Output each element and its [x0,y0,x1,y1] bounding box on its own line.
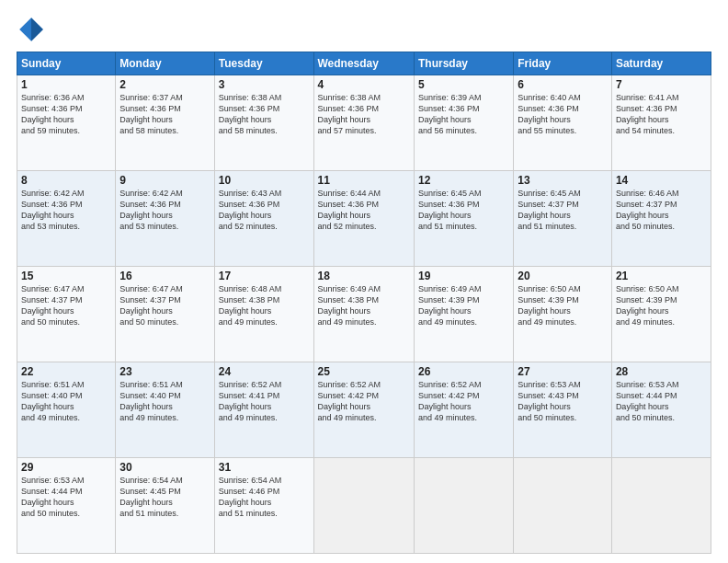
day-number: 30 [119,461,210,474]
calendar-cell: 4Sunrise: 6:38 AMSunset: 4:36 PMDaylight… [313,75,414,171]
day-number: 6 [518,78,608,91]
week-row-1: 1Sunrise: 6:36 AMSunset: 4:36 PMDaylight… [17,75,711,171]
calendar-cell: 12Sunrise: 6:45 AMSunset: 4:36 PMDayligh… [414,171,513,267]
day-info: Sunrise: 6:52 AMSunset: 4:42 PMDaylight … [418,379,509,424]
calendar-cell: 5Sunrise: 6:39 AMSunset: 4:36 PMDaylight… [414,75,513,171]
calendar-cell: 1Sunrise: 6:36 AMSunset: 4:36 PMDaylight… [17,75,116,171]
day-number: 24 [219,365,310,378]
day-number: 14 [616,174,707,187]
calendar-cell [414,458,513,554]
day-info: Sunrise: 6:53 AMSunset: 4:44 PMDaylight … [616,379,707,424]
day-number: 13 [518,174,608,187]
week-row-2: 8Sunrise: 6:42 AMSunset: 4:36 PMDaylight… [17,171,711,267]
day-info: Sunrise: 6:53 AMSunset: 4:44 PMDaylight … [21,475,111,520]
day-number: 8 [21,174,111,187]
calendar-cell: 23Sunrise: 6:51 AMSunset: 4:40 PMDayligh… [116,362,214,458]
day-number: 19 [418,270,509,282]
calendar-cell: 25Sunrise: 6:52 AMSunset: 4:42 PMDayligh… [313,362,414,458]
day-number: 3 [219,78,310,91]
day-header-sunday: Sunday [17,52,116,75]
day-header-thursday: Thursday [414,52,513,75]
calendar-cell: 17Sunrise: 6:48 AMSunset: 4:38 PMDayligh… [214,267,313,362]
calendar-cell: 22Sunrise: 6:51 AMSunset: 4:40 PMDayligh… [17,362,116,458]
day-number: 20 [518,270,608,282]
calendar-cell: 14Sunrise: 6:46 AMSunset: 4:37 PMDayligh… [611,171,711,267]
logo [17,15,50,44]
day-info: Sunrise: 6:47 AMSunset: 4:37 PMDaylight … [21,283,111,328]
calendar-cell: 24Sunrise: 6:52 AMSunset: 4:41 PMDayligh… [214,362,313,458]
day-info: Sunrise: 6:45 AMSunset: 4:37 PMDaylight … [518,188,608,233]
week-row-5: 29Sunrise: 6:53 AMSunset: 4:44 PMDayligh… [17,458,711,554]
day-info: Sunrise: 6:42 AMSunset: 4:36 PMDaylight … [21,188,111,233]
day-info: Sunrise: 6:43 AMSunset: 4:36 PMDaylight … [219,188,310,233]
day-header-tuesday: Tuesday [214,52,313,75]
calendar-cell: 31Sunrise: 6:54 AMSunset: 4:46 PMDayligh… [214,458,313,554]
day-info: Sunrise: 6:47 AMSunset: 4:37 PMDaylight … [119,283,210,328]
day-info: Sunrise: 6:54 AMSunset: 4:45 PMDaylight … [119,475,210,520]
day-info: Sunrise: 6:36 AMSunset: 4:36 PMDaylight … [21,92,111,137]
svg-marker-1 [31,17,43,41]
calendar-cell: 9Sunrise: 6:42 AMSunset: 4:36 PMDaylight… [116,171,214,267]
day-info: Sunrise: 6:54 AMSunset: 4:46 PMDaylight … [219,475,310,520]
day-number: 5 [418,78,509,91]
day-info: Sunrise: 6:39 AMSunset: 4:36 PMDaylight … [418,92,509,137]
day-number: 29 [21,461,111,474]
calendar-cell: 3Sunrise: 6:38 AMSunset: 4:36 PMDaylight… [214,75,313,171]
day-info: Sunrise: 6:51 AMSunset: 4:40 PMDaylight … [21,379,111,424]
calendar-cell: 7Sunrise: 6:41 AMSunset: 4:36 PMDaylight… [611,75,711,171]
day-info: Sunrise: 6:45 AMSunset: 4:36 PMDaylight … [418,188,509,233]
day-number: 26 [418,365,509,378]
calendar-cell [514,458,612,554]
calendar-cell: 10Sunrise: 6:43 AMSunset: 4:36 PMDayligh… [214,171,313,267]
day-info: Sunrise: 6:41 AMSunset: 4:36 PMDaylight … [616,92,707,137]
day-info: Sunrise: 6:50 AMSunset: 4:39 PMDaylight … [518,283,608,328]
calendar-cell: 15Sunrise: 6:47 AMSunset: 4:37 PMDayligh… [17,267,116,362]
day-number: 2 [119,78,210,91]
day-number: 4 [318,78,410,91]
day-info: Sunrise: 6:44 AMSunset: 4:36 PMDaylight … [318,188,410,233]
day-info: Sunrise: 6:38 AMSunset: 4:36 PMDaylight … [219,92,310,137]
calendar-header-row: SundayMondayTuesdayWednesdayThursdayFrid… [17,52,711,75]
calendar-cell: 28Sunrise: 6:53 AMSunset: 4:44 PMDayligh… [611,362,711,458]
day-number: 16 [119,270,210,282]
day-number: 11 [318,174,410,187]
day-header-wednesday: Wednesday [313,52,414,75]
calendar-cell: 20Sunrise: 6:50 AMSunset: 4:39 PMDayligh… [514,267,612,362]
day-info: Sunrise: 6:53 AMSunset: 4:43 PMDaylight … [518,379,608,424]
header [17,15,711,44]
day-number: 31 [219,461,310,474]
calendar-cell: 16Sunrise: 6:47 AMSunset: 4:37 PMDayligh… [116,267,214,362]
day-number: 12 [418,174,509,187]
calendar-cell: 26Sunrise: 6:52 AMSunset: 4:42 PMDayligh… [414,362,513,458]
calendar-cell: 8Sunrise: 6:42 AMSunset: 4:36 PMDaylight… [17,171,116,267]
day-info: Sunrise: 6:46 AMSunset: 4:37 PMDaylight … [616,188,707,233]
logo-icon [17,15,46,44]
day-number: 23 [119,365,210,378]
day-header-monday: Monday [116,52,214,75]
calendar-cell: 11Sunrise: 6:44 AMSunset: 4:36 PMDayligh… [313,171,414,267]
day-info: Sunrise: 6:37 AMSunset: 4:36 PMDaylight … [119,92,210,137]
calendar-cell: 13Sunrise: 6:45 AMSunset: 4:37 PMDayligh… [514,171,612,267]
calendar-cell: 21Sunrise: 6:50 AMSunset: 4:39 PMDayligh… [611,267,711,362]
day-info: Sunrise: 6:51 AMSunset: 4:40 PMDaylight … [119,379,210,424]
day-info: Sunrise: 6:52 AMSunset: 4:42 PMDaylight … [318,379,410,424]
day-number: 1 [21,78,111,91]
day-number: 17 [219,270,310,282]
day-number: 10 [219,174,310,187]
calendar-cell: 19Sunrise: 6:49 AMSunset: 4:39 PMDayligh… [414,267,513,362]
calendar-cell: 18Sunrise: 6:49 AMSunset: 4:38 PMDayligh… [313,267,414,362]
calendar-cell [313,458,414,554]
calendar-cell: 2Sunrise: 6:37 AMSunset: 4:36 PMDaylight… [116,75,214,171]
day-number: 25 [318,365,410,378]
week-row-4: 22Sunrise: 6:51 AMSunset: 4:40 PMDayligh… [17,362,711,458]
day-number: 28 [616,365,707,378]
day-header-saturday: Saturday [611,52,711,75]
day-info: Sunrise: 6:49 AMSunset: 4:38 PMDaylight … [318,283,410,328]
day-info: Sunrise: 6:48 AMSunset: 4:38 PMDaylight … [219,283,310,328]
day-info: Sunrise: 6:42 AMSunset: 4:36 PMDaylight … [119,188,210,233]
calendar: SundayMondayTuesdayWednesdayThursdayFrid… [17,52,711,554]
day-number: 9 [119,174,210,187]
day-number: 7 [616,78,707,91]
day-number: 15 [21,270,111,282]
calendar-cell: 27Sunrise: 6:53 AMSunset: 4:43 PMDayligh… [514,362,612,458]
